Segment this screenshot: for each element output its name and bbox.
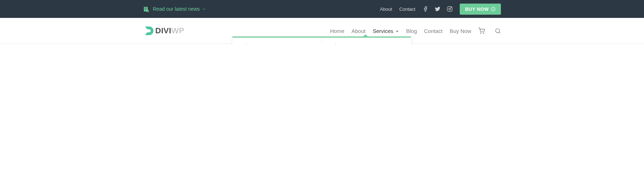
instagram-icon[interactable] [447, 6, 453, 12]
chevron-right-circle-icon [491, 7, 496, 11]
svg-point-8 [451, 7, 451, 8]
logo-text: DIVIWP [155, 26, 184, 35]
nav-item-blog[interactable]: Blog [406, 28, 417, 34]
chevron-down-icon [395, 28, 399, 34]
buy-now-button-topbar[interactable]: BUY NOW [460, 4, 501, 15]
svg-line-13 [499, 32, 500, 33]
social-icons [423, 6, 453, 12]
news-icon [143, 6, 149, 12]
svg-point-10 [480, 33, 481, 34]
svg-point-7 [449, 8, 450, 10]
facebook-icon[interactable] [423, 6, 428, 12]
nav-item-services[interactable]: Services [373, 28, 399, 34]
svg-line-5 [148, 11, 149, 12]
svg-point-12 [496, 29, 499, 33]
search-icon[interactable] [495, 28, 501, 34]
svg-point-9 [491, 7, 495, 11]
logo-part1: DIVI [155, 26, 171, 35]
nav-item-services-label: Services [373, 28, 394, 34]
nav-item-about[interactable]: About [352, 28, 366, 34]
dropdown-col-1: Sub Item 1 Sub Item 2 Sub Item 3 Sub Ite… [233, 38, 322, 44]
logo-part2: WP [171, 26, 184, 35]
nav-menu: Home About Services Blog Contact Buy Now [330, 28, 471, 34]
topbar-right: About Contact [380, 4, 501, 15]
nav-item-home[interactable]: Home [330, 28, 344, 34]
cart-icon[interactable] [478, 28, 485, 34]
svg-rect-0 [144, 7, 148, 11]
topbar-link-contact[interactable]: Contact [399, 6, 415, 12]
nav-item-contact[interactable]: Contact [424, 28, 443, 34]
buy-now-label: BUY NOW [465, 6, 489, 12]
topbar-left: Read our latest news → [143, 6, 206, 12]
dropdown-item[interactable]: Sub Item 1 [322, 38, 411, 44]
svg-point-11 [483, 33, 484, 34]
dropdown-item[interactable]: Sub Item 1 [233, 38, 322, 44]
logo-icon [143, 25, 155, 37]
news-link[interactable]: Read our latest news → [153, 6, 206, 12]
topbar-link-about[interactable]: About [380, 6, 392, 12]
logo[interactable]: DIVIWP [143, 25, 184, 37]
topbar: Read our latest news → About Contact [0, 0, 644, 18]
services-dropdown: Sub Item 1 Sub Item 2 Sub Item 3 Sub Ite… [233, 37, 411, 44]
nav-item-buy-now[interactable]: Buy Now [450, 28, 471, 34]
twitter-icon[interactable] [435, 6, 440, 12]
dropdown-col-2: Sub Item 1 Sub Item 2 Sub Item 3 Sub Ite… [322, 38, 411, 44]
